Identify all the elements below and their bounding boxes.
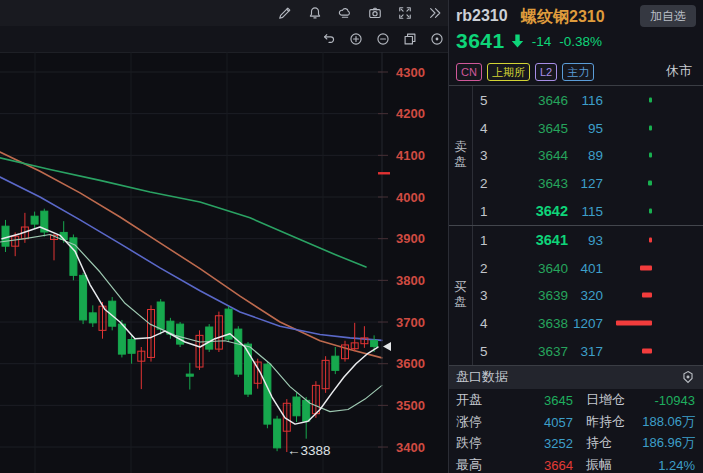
cloud-icon[interactable] (337, 6, 352, 21)
depth-bar (649, 209, 652, 214)
depth-bar (640, 265, 652, 270)
order-book-row[interactable]: 13642115 (473, 197, 703, 225)
order-book-row[interactable]: 23643127 (473, 169, 703, 197)
market-tag: 上期所 (487, 63, 530, 81)
sell-order-book: 卖盘 5364611643645953364489236431271364211… (449, 85, 703, 225)
market-data-header: 盘口数据 (449, 365, 703, 389)
market-data-cell: 3252 (489, 436, 573, 451)
market-data-cell: -10943 (655, 392, 695, 407)
restore-layout-icon[interactable] (402, 32, 417, 47)
book-volume: 317 (568, 344, 603, 359)
market-data-cell: 持仓 (586, 434, 612, 452)
market-data-cell: 最高 (456, 456, 482, 473)
depth-bar (616, 321, 652, 326)
fullscreen-icon[interactable] (397, 6, 412, 21)
market-data-cell: 1.24% (658, 458, 695, 473)
trading-app-window: 4300420041004000390038003700360035003400… (0, 0, 703, 473)
book-price: 3638 (491, 316, 568, 331)
book-price: 3645 (491, 120, 568, 135)
order-book-row[interactable]: 23640401 (473, 254, 703, 282)
sell-book-label: 卖盘 (449, 86, 473, 225)
market-data-row: 涨停4057昨持仓188.06万 (449, 411, 703, 433)
book-level: 3 (480, 288, 488, 303)
svg-text:4100: 4100 (396, 148, 425, 163)
book-price: 3643 (491, 176, 568, 191)
book-level: 2 (480, 260, 488, 275)
book-price: 3641 (491, 232, 568, 248)
market-data-cell: 振幅 (586, 456, 612, 473)
svg-text:3500: 3500 (396, 398, 425, 413)
order-book-row[interactable]: 4364595 (473, 114, 703, 142)
book-price: 3644 (491, 148, 568, 163)
book-level: 4 (480, 120, 488, 135)
market-status: 休市 (666, 62, 692, 80)
zoom-out-icon[interactable] (375, 32, 390, 47)
market-data-settings-icon[interactable] (681, 370, 695, 384)
market-data-cell: 开盘 (456, 391, 482, 409)
contract-name: 螺纹钢2310 (521, 7, 605, 28)
depth-bar (648, 181, 652, 186)
book-level: 5 (480, 344, 488, 359)
book-volume: 115 (568, 204, 603, 219)
svg-text:3800: 3800 (396, 273, 425, 288)
book-volume: 1207 (568, 316, 603, 331)
market-data-row: 最高3664振幅1.24% (449, 454, 703, 473)
book-price: 3637 (491, 344, 568, 359)
book-price: 3642 (491, 203, 568, 219)
svg-text:3700: 3700 (396, 315, 425, 330)
depth-bar (642, 293, 652, 298)
quote-header: rb2310 螺纹钢2310 加自选 3641 -14 -0.38% (449, 0, 703, 57)
order-book-row[interactable]: 436381207 (473, 309, 703, 337)
buy-order-book: 买盘 1364193236404013363932043638120753637… (449, 225, 703, 365)
svg-text:3600: 3600 (396, 356, 425, 371)
svg-text:←3388: ←3388 (287, 443, 331, 458)
candlestick-chart[interactable]: 4300420041004000390038003700360035003400… (0, 52, 448, 473)
book-price: 3646 (491, 92, 568, 107)
market-data-cell: 4057 (489, 414, 573, 429)
order-book-row[interactable]: 33639320 (473, 282, 703, 310)
zoom-in-icon[interactable] (348, 32, 363, 47)
add-watchlist-button[interactable]: 加自选 (640, 5, 696, 27)
alert-bell-icon[interactable] (307, 6, 322, 21)
book-volume: 320 (568, 288, 603, 303)
market-data-cell: 日增仓 (586, 391, 625, 409)
order-book-row[interactable]: 1364193 (473, 226, 703, 254)
order-book-row[interactable]: 53637317 (473, 337, 703, 365)
chart-canvas: 4300420041004000390038003700360035003400… (0, 52, 448, 473)
depth-bar (649, 97, 652, 102)
svg-text:4200: 4200 (396, 106, 425, 121)
market-data-cell: 昨持仓 (586, 413, 625, 431)
market-data-cell: 3664 (489, 458, 573, 473)
market-data-cell: 跌停 (456, 434, 482, 452)
price-down-arrow-icon (511, 34, 524, 48)
contract-code: rb2310 (456, 7, 508, 25)
depth-bar (649, 153, 652, 158)
chevron-double-right-icon[interactable] (427, 6, 442, 21)
target-icon[interactable] (429, 32, 444, 47)
book-price: 3639 (491, 288, 568, 303)
order-book-row[interactable]: 3364489 (473, 142, 703, 170)
order-book-row[interactable]: 53646116 (473, 86, 703, 114)
draw-icon[interactable] (277, 6, 292, 21)
price-change: -14 (532, 34, 552, 49)
quote-panel: rb2310 螺纹钢2310 加自选 3641 -14 -0.38% CN上期所… (448, 0, 703, 473)
market-data-cell: 涨停 (456, 413, 482, 431)
market-data-row: 跌停3252持仓186.96万 (449, 433, 703, 455)
depth-bar (649, 237, 652, 242)
market-tag: 主力 (562, 63, 594, 81)
book-volume: 127 (568, 176, 603, 191)
camera-snapshot-icon[interactable] (367, 6, 382, 21)
undo-icon[interactable] (321, 32, 336, 47)
market-tag: L2 (535, 63, 557, 81)
depth-bar (649, 125, 652, 130)
market-tag: CN (456, 63, 482, 81)
book-level: 5 (480, 92, 488, 107)
svg-text:4000: 4000 (396, 190, 425, 205)
svg-text:3400: 3400 (396, 440, 425, 455)
book-volume: 89 (568, 148, 603, 163)
market-data-row: 开盘3645日增仓-10943 (449, 389, 703, 411)
svg-text:4300: 4300 (396, 65, 425, 80)
book-level: 4 (480, 316, 488, 331)
book-level: 1 (480, 232, 488, 247)
book-level: 2 (480, 176, 488, 191)
